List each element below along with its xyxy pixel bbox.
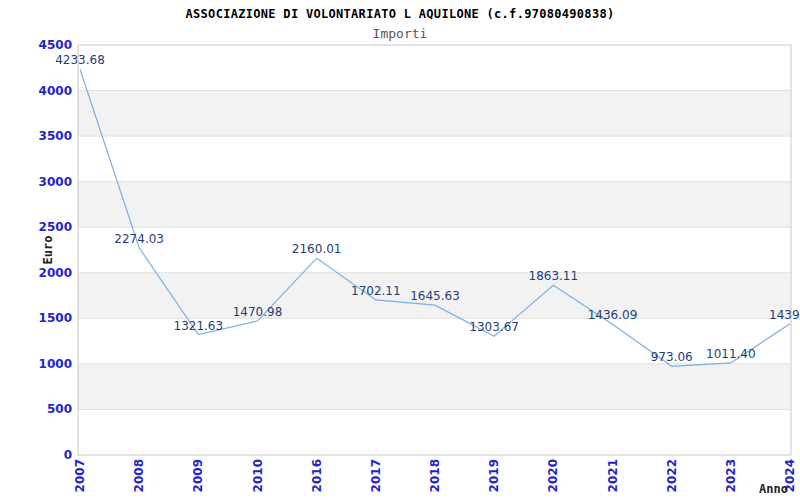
- data-label: 2160.01: [292, 242, 342, 256]
- data-label: 1863.11: [529, 269, 579, 283]
- y-tick-label: 0: [64, 448, 72, 462]
- y-tick-label: 1000: [39, 357, 72, 371]
- x-axis-label: Anno: [759, 482, 788, 496]
- plot-band: [78, 364, 791, 410]
- x-tick-label: 2007: [73, 459, 87, 492]
- x-tick-label: 2009: [191, 459, 205, 492]
- data-label: 1321.63: [174, 319, 224, 333]
- x-tick-label: 2008: [132, 459, 146, 492]
- y-tick-label: 3500: [39, 129, 72, 143]
- y-tick-label: 1500: [39, 311, 72, 325]
- y-axis-label: Euro: [41, 236, 55, 265]
- data-label: 4233.68: [55, 53, 105, 67]
- x-tick-label: 2021: [606, 459, 620, 492]
- chart-container: ASSOCIAZIONE DI VOLONTARIATO L AQUILONE …: [0, 0, 800, 500]
- y-tick-label: 4000: [39, 84, 72, 98]
- x-tick-label: 2017: [369, 459, 383, 492]
- x-tick-label: 2023: [724, 459, 738, 492]
- y-tick-label: 2500: [39, 220, 72, 234]
- data-label: 1470.98: [233, 305, 283, 319]
- y-tick-label: 500: [47, 402, 72, 416]
- plot-area: 0500100015002000250030003500400045002007…: [0, 0, 800, 500]
- y-tick-label: 3000: [39, 175, 72, 189]
- plot-band: [78, 91, 791, 137]
- x-tick-label: 2018: [428, 459, 442, 492]
- x-tick-label: 2020: [546, 459, 560, 492]
- y-tick-label: 2000: [39, 266, 72, 280]
- data-label: 1436.09: [588, 308, 638, 322]
- plot-band: [78, 182, 791, 228]
- data-label: 1011.40: [706, 347, 756, 361]
- x-tick-label: 2010: [251, 459, 265, 492]
- data-label: 973.06: [651, 350, 693, 364]
- x-tick-label: 2019: [487, 459, 501, 492]
- data-label: 1645.63: [410, 289, 460, 303]
- data-label: 1702.11: [351, 284, 401, 298]
- x-tick-label: 2016: [310, 459, 324, 492]
- x-tick-label: 2022: [665, 459, 679, 492]
- data-label: 1303.67: [469, 320, 519, 334]
- y-tick-label: 4500: [39, 38, 72, 52]
- data-label: 1439.7: [769, 308, 800, 322]
- data-label: 2274.03: [114, 232, 164, 246]
